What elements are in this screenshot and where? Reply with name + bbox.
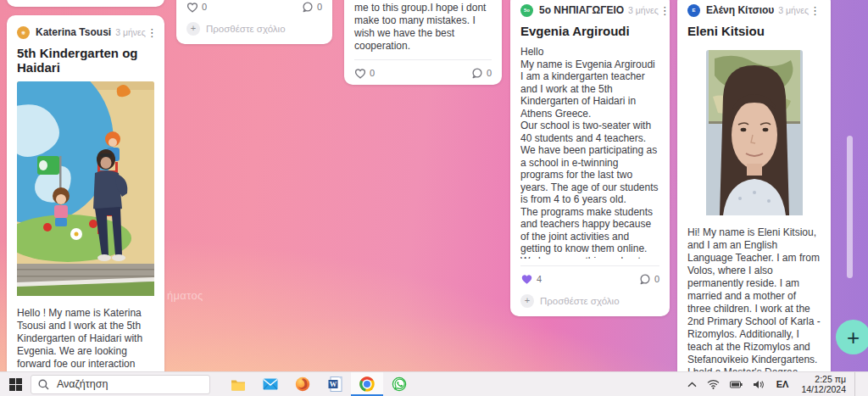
card-menu-icon[interactable]: ⋮ [659,5,670,16]
post-card-katerina[interactable]: ❋ Katerina Tsousi 3 μήνες ⋮ 5th Kinderga… [7,15,164,396]
comment-button[interactable]: 0 [471,68,492,79]
background-watermark: ήματος [167,289,203,302]
chrome-icon[interactable] [351,372,383,396]
comment-count: 0 [654,274,659,284]
wifi-icon[interactable] [704,372,722,396]
battery-icon[interactable] [727,372,745,396]
divider [354,59,492,60]
post-body: Hi! My name is Eleni Kitsiou, and I am a… [687,226,821,396]
avatar: ❋ [17,26,30,39]
card-menu-icon[interactable]: ⋮ [146,27,159,38]
like-count: 4 [537,274,542,284]
language-indicator[interactable]: ΕΛ [772,379,793,389]
file-explorer-icon[interactable] [222,372,254,396]
firefox-icon[interactable] [287,372,319,396]
clock[interactable]: 2:25 πμ 14/12/2024 [798,374,849,394]
post-photo-eleni[interactable] [706,50,803,219]
post-card-cooperation[interactable]: me to this group.I hope i dont make too … [344,0,502,85]
search-icon [38,379,49,390]
padlet-board: ήματος ❋ Katerina Tsousi 3 μήνες ⋮ 5th K… [0,0,868,396]
whatsapp-icon[interactable] [383,372,415,396]
comment-button[interactable]: 0 [302,2,322,13]
vertical-scrollbar[interactable] [847,136,853,278]
add-comment-field[interactable]: + Προσθέστε σχόλιο [186,21,322,36]
windows-logo-icon [9,378,22,391]
like-button-liked[interactable]: 4 [520,273,542,285]
divider [520,265,659,266]
clock-date: 14/12/2024 [801,384,846,394]
like-button[interactable]: 0 [354,68,375,79]
like-button[interactable]: 0 [186,2,207,13]
avatar: 5ο [520,4,533,17]
card-menu-icon[interactable]: ⋮ [809,5,821,16]
post-title: Eleni Kitsiou [687,24,821,38]
add-comment-field[interactable]: + Προσθέστε σχόλιο [520,293,659,308]
plus-icon: + [186,22,200,36]
post-title: 5th Kindergarten og Haidari [17,46,154,75]
start-button[interactable] [0,372,31,396]
post-card-partial-above[interactable] [7,0,164,7]
add-post-button[interactable]: + [836,320,868,354]
post-card-partial-footer[interactable]: 0 0 + Προσθέστε σχόλιο [176,0,332,44]
comment-button[interactable]: 0 [639,274,659,285]
show-desktop-button[interactable] [854,372,860,396]
post-photo-katerina[interactable] [17,81,154,299]
tray-chevron-up-icon[interactable] [685,372,699,396]
svg-text:W: W [329,380,337,388]
clock-time: 2:25 πμ [801,374,846,384]
post-timestamp: 3 μήνες [778,5,809,15]
avatar: Ε [687,4,700,17]
like-count: 0 [370,68,375,78]
post-timestamp: 3 μήνες [115,27,146,37]
post-title: Evgenia Argiroudi [520,24,659,38]
word-icon[interactable]: W [319,372,351,396]
mail-icon[interactable] [254,372,287,396]
post-card-evgenia[interactable]: 5ο 5ο ΝΗΠΙΑΓΩΓΕΙΟ 3 μήνες ⋮ Evgenia Argi… [510,0,670,316]
post-timestamp: 3 μήνες [628,5,659,15]
post-author: 5ο ΝΗΠΙΑΓΩΓΕΙΟ [539,4,624,16]
post-author: Ελένη Κίτσιου [706,4,774,16]
plus-icon: + [520,294,534,308]
post-author: Katerina Tsousi [36,26,111,38]
search-placeholder: Αναζήτηση [57,378,108,390]
taskbar-search-input[interactable]: Αναζήτηση [31,375,210,394]
windows-taskbar: Αναζήτηση W ΕΛ [0,371,868,396]
like-count: 0 [202,2,207,12]
post-body: Hello My name is Evgenia Argiroudi I am … [520,46,659,259]
post-card-eleni[interactable]: Ε Ελένη Κίτσιου 3 μήνες ⋮ Eleni Kitsiou [677,0,831,396]
post-body: me to this group.I hope i dont make too … [354,2,492,53]
volume-icon[interactable] [750,372,767,396]
comment-count: 0 [487,68,492,78]
comment-count: 0 [317,2,322,12]
